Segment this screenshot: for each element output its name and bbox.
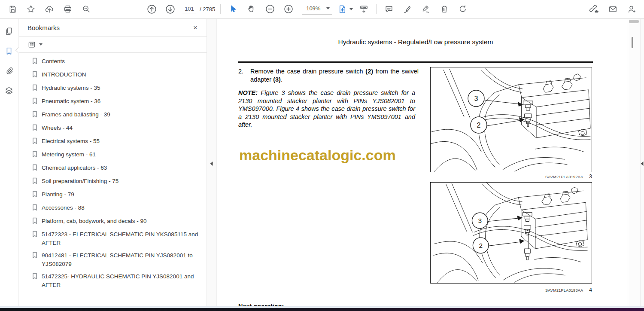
watermark-text: machinecatalogic.com — [239, 147, 396, 164]
note-paragraph: NOTE: Figure 3 shows the case drain pres… — [238, 89, 415, 129]
bookmark-ribbon-icon — [32, 98, 38, 106]
bookmark-item-label: Frames and ballasting - 39 — [42, 110, 110, 119]
minus-circle-icon — [265, 4, 275, 14]
bookmark-item[interactable]: Accessories - 88 — [19, 201, 207, 215]
callout-3: 3 — [474, 95, 478, 102]
header-rule — [238, 61, 593, 63]
highlighter-icon — [403, 4, 412, 14]
bookmark-item[interactable]: Hydraulic systems - 35 — [19, 82, 207, 95]
bookmark-item-label: Wheels - 44 — [42, 124, 73, 132]
bookmark-item[interactable]: Wheels - 44 — [19, 122, 207, 135]
right-panel-splitter[interactable] — [640, 19, 644, 306]
rail-attachments-button[interactable] — [3, 64, 15, 77]
bookmarks-options-button[interactable] — [27, 40, 43, 49]
bookmark-item[interactable]: 51472323 - ELECTRICAL SCHEMATIC PIN YKS0… — [19, 228, 207, 249]
figure-3-caption: SAVM21PLA0192AA 3 — [430, 174, 592, 180]
bookmark-item-label: Contents — [42, 57, 65, 66]
rail-bookmarks-button[interactable] — [3, 45, 15, 58]
rotate-button[interactable] — [456, 2, 470, 16]
collapse-left-panel-icon[interactable] — [210, 162, 213, 166]
vertical-scrollbar[interactable] — [628, 19, 640, 306]
signature-icon — [421, 4, 431, 14]
find-button[interactable] — [79, 2, 94, 16]
step-2-paragraph: 2. Remove the case drain pressure switch… — [238, 67, 419, 84]
left-icon-rail — [0, 19, 18, 306]
bookmark-item-label: 51472323 - ELECTRICAL SCHEMATIC PIN YKS0… — [42, 230, 200, 247]
scroll-mode-button[interactable] — [356, 2, 371, 16]
bookmark-item[interactable]: Chemical applicators - 63 — [19, 162, 207, 175]
scroll-mode-icon — [359, 4, 369, 14]
share-button[interactable] — [42, 2, 57, 16]
search-icon — [82, 4, 91, 14]
save-button[interactable] — [5, 2, 20, 16]
left-panel-splitter[interactable] — [207, 19, 217, 306]
pages-icon — [4, 27, 14, 36]
bookmarks-list: Contents INTRODUCTION Hydraulic systems … — [19, 53, 207, 291]
add-people-button[interactable] — [624, 2, 639, 16]
bookmark-item-label: Platform, cab, bodywork, and decals - 90 — [42, 217, 147, 226]
print-button[interactable] — [61, 2, 75, 16]
bookmark-item[interactable]: 51472325- HYDRAULIC SCHEMATIC PIN YJS082… — [19, 270, 207, 291]
step-number: 2. — [238, 67, 250, 84]
bookmarks-panel: Bookmarks × Contents INTRODUCTION Hydrau… — [19, 19, 207, 306]
comment-button[interactable] — [382, 2, 396, 16]
main-toolbar: / 2785 109% — [0, 0, 644, 18]
hand-tool-button[interactable] — [244, 2, 259, 16]
bookmarks-options-row — [19, 37, 207, 53]
rail-layers-button[interactable] — [3, 84, 15, 97]
bookmark-item[interactable]: Metering system - 61 — [19, 148, 207, 162]
bookmark-item[interactable]: Platform, cab, bodywork, and decals - 90 — [19, 215, 207, 228]
arrow-down-circle-icon — [165, 4, 176, 15]
highlight-button[interactable] — [400, 2, 415, 16]
bookmark-item-label: Pneumatic system - 36 — [42, 97, 100, 106]
select-tool-button[interactable] — [226, 2, 240, 16]
share-link-button[interactable] — [586, 2, 601, 16]
bookmark-item-label: Electrical systems - 55 — [42, 137, 100, 146]
email-button[interactable] — [605, 2, 620, 16]
envelope-icon — [608, 4, 618, 14]
figure-3-caption-code: SAVM21PLA0192AA — [545, 175, 583, 179]
zoom-in-button[interactable] — [281, 2, 296, 16]
zoom-level-control[interactable]: 109% — [302, 3, 332, 15]
figure-4-number: 4 — [589, 287, 592, 293]
bookmark-ribbon-icon — [32, 71, 38, 79]
bookmark-item-label: Hydraulic systems - 35 — [42, 84, 100, 92]
bookmark-item-label: Soil preparation/Finishing - 75 — [42, 177, 118, 186]
delete-button[interactable] — [437, 2, 452, 16]
cloud-upload-icon — [45, 4, 54, 14]
figure-3-number: 3 — [589, 174, 592, 180]
toolbar-separator — [220, 4, 221, 14]
zoom-out-button[interactable] — [263, 2, 277, 16]
bookmark-item[interactable]: 90412481 - ELECTRICAL SCHEMATIC PIN YJS0… — [19, 249, 207, 270]
scrollbar-thumb[interactable] — [629, 20, 639, 23]
bookmarks-close-button[interactable]: × — [192, 23, 199, 33]
bookmark-ribbon-icon — [32, 231, 38, 239]
next-page-button[interactable] — [163, 2, 177, 16]
figure-3-callouts: 3 2 — [468, 90, 525, 133]
options-list-icon — [27, 40, 36, 49]
bookmark-item[interactable]: INTRODUCTION — [19, 68, 207, 82]
bookmarks-panel-header: Bookmarks × — [19, 19, 207, 37]
caret-down-icon — [349, 8, 353, 10]
layers-icon — [4, 86, 14, 95]
bookmark-item[interactable]: Frames and ballasting - 39 — [19, 108, 207, 122]
caret-down-icon — [39, 43, 43, 46]
bookmark-item[interactable]: Pneumatic system - 36 — [19, 95, 207, 108]
collapse-right-panel-icon[interactable] — [641, 162, 644, 166]
bookmark-item[interactable]: Contents — [19, 55, 207, 68]
star-icon — [26, 4, 36, 14]
bookmark-item[interactable]: Soil preparation/Finishing - 75 — [19, 175, 207, 188]
bookmark-ribbon-icon — [32, 191, 38, 199]
pointer-icon — [228, 4, 238, 14]
bookmark-ribbon-icon — [32, 177, 38, 186]
previous-page-button[interactable] — [144, 2, 159, 16]
sign-button[interactable] — [419, 2, 433, 16]
fit-page-button[interactable] — [337, 4, 353, 14]
bookmark-item[interactable]: Planting - 79 — [19, 188, 207, 201]
rail-pages-button[interactable] — [3, 25, 15, 38]
comment-icon — [384, 4, 394, 14]
star-button[interactable] — [24, 2, 38, 16]
bookmark-item[interactable]: Electrical systems - 55 — [19, 135, 207, 148]
page-number-input[interactable] — [182, 5, 196, 13]
taskbar-edge — [0, 308, 644, 311]
